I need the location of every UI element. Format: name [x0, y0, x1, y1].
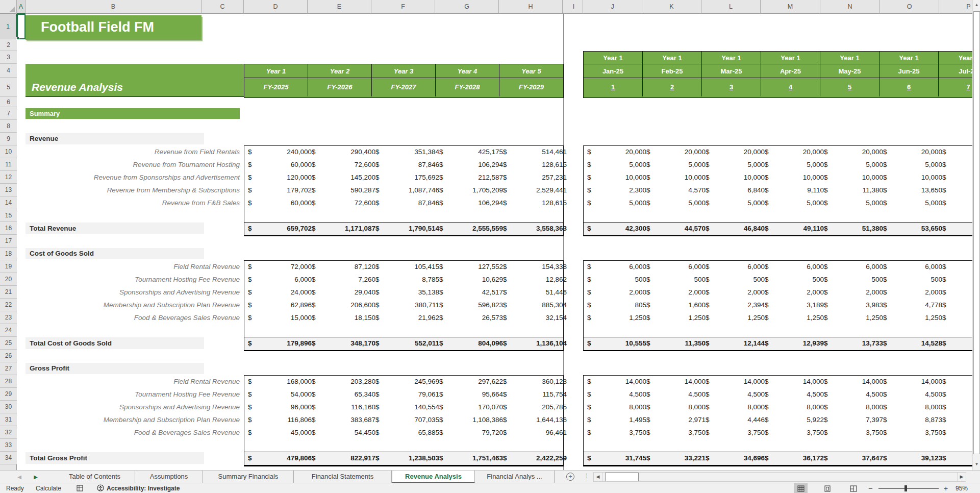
cell-monthly-r12-c3[interactable]: $10,000 — [701, 171, 770, 184]
row-header-29[interactable]: 29 — [0, 388, 17, 401]
section-header-2[interactable]: Cost of Goods Sold — [26, 248, 204, 259]
cell-total-annual-s3-c3[interactable]: $1,238,503 — [371, 452, 444, 464]
sheet-tab-assumptions[interactable]: Assumptions — [135, 471, 203, 483]
cell-annual-r21-c1[interactable]: $24,000 — [244, 286, 317, 299]
row-header-10[interactable]: 10 — [0, 145, 17, 158]
monthly-month-header-7[interactable]: Jul-25 — [939, 64, 972, 78]
cell-total-monthly-s1-c1[interactable]: $42,300 — [583, 222, 651, 235]
cell-annual-r31-c1[interactable]: $116,806 — [244, 413, 317, 426]
annual-fy-header-4[interactable]: FY-2028 — [436, 78, 499, 96]
cell-monthly-r32-c4[interactable]: $3,750 — [761, 426, 829, 439]
cell-total-monthly-s1-c6[interactable]: $53,650 — [879, 222, 947, 235]
annual-year-header-5[interactable]: Year 5 — [499, 64, 563, 78]
scroll-up-icon[interactable]: ▲ — [973, 1, 980, 10]
cell-monthly-r29-c1[interactable]: $4,500 — [583, 388, 651, 401]
total-label-2[interactable]: Total Cost of Goods Sold — [26, 337, 204, 349]
cell-monthly-r29-c6[interactable]: $4,500 — [879, 388, 947, 401]
cell-monthly-r12-c1[interactable]: $10,000 — [583, 171, 651, 184]
monthly-yearrow-header-3[interactable]: Year 1 — [702, 52, 761, 64]
cell-annual-r21-c2[interactable]: $29,040 — [308, 286, 381, 299]
cell-monthly-r11-c2[interactable]: $5,000 — [642, 158, 711, 171]
cell-total-monthly-s3-c3[interactable]: $34,696 — [701, 452, 770, 464]
row-label-r11[interactable]: Revenue from Tournament Hosting — [26, 158, 243, 171]
cell-annual-r12-c3[interactable]: $175,692 — [371, 171, 444, 184]
cell-monthly-r28-c3[interactable]: $14,000 — [701, 375, 770, 388]
cell-monthly-r14-c2[interactable]: $5,000 — [642, 196, 711, 209]
tab-scroll-right-icon[interactable]: ▶ — [31, 471, 41, 483]
total-label-3[interactable]: Total Gross Profit — [26, 452, 204, 464]
annual-year-header-4[interactable]: Year 4 — [436, 64, 499, 78]
cell-annual-r13-c1[interactable]: $179,702 — [244, 184, 317, 196]
cell-total-monthly-s2-c5[interactable]: $13,733 — [820, 337, 888, 350]
cell-annual-r28-c3[interactable]: $245,969 — [371, 375, 444, 388]
cell-annual-r14-c1[interactable]: $60,000 — [244, 196, 317, 209]
row-header-20[interactable]: 20 — [0, 273, 17, 286]
cell-monthly-r19-c6[interactable]: $6,000 — [879, 260, 947, 273]
row-header-12[interactable]: 12 — [0, 171, 17, 184]
cell-monthly-r32-c3[interactable]: $3,750 — [701, 426, 770, 439]
cell-annual-r30-c1[interactable]: $96,000 — [244, 401, 317, 413]
monthly-number-header-2[interactable]: 2 — [643, 78, 702, 96]
cell-monthly-r32-c7-partial[interactable]: $ — [938, 426, 972, 439]
annual-fy-header-5[interactable]: FY-2029 — [499, 78, 563, 96]
monthly-month-header-1[interactable]: Jan-25 — [584, 64, 643, 78]
row-header-15[interactable]: 15 — [0, 209, 17, 222]
cell-monthly-r10-c1[interactable]: $20,000 — [583, 145, 651, 158]
cell-annual-r10-c3[interactable]: $351,384 — [371, 145, 444, 158]
cell-total-annual-s3-c1[interactable]: $479,806 — [244, 452, 317, 464]
cell-monthly-r22-c3[interactable]: $2,394 — [701, 299, 770, 311]
cell-monthly-r12-c2[interactable]: $10,000 — [642, 171, 711, 184]
monthly-number-header-5[interactable]: 5 — [820, 78, 880, 96]
cell-total-annual-s1-c4[interactable]: $2,555,559 — [435, 222, 508, 235]
cell-monthly-r21-c1[interactable]: $2,000 — [583, 286, 651, 299]
cell-total-annual-s2-c2[interactable]: $348,170 — [308, 337, 381, 350]
cell-total-annual-s2-c3[interactable]: $552,011 — [371, 337, 444, 350]
monthly-yearrow-header-6[interactable]: Year 1 — [880, 52, 939, 64]
zoom-slider-thumb[interactable] — [904, 485, 907, 491]
cell-monthly-r20-c5[interactable]: $500 — [820, 273, 888, 286]
monthly-number-header-4[interactable]: 4 — [761, 78, 820, 96]
cell-monthly-r11-c4[interactable]: $5,000 — [761, 158, 829, 171]
cell-monthly-r20-c2[interactable]: $500 — [642, 273, 711, 286]
cell-annual-r32-c5[interactable]: $96,461 — [499, 426, 572, 439]
cell-monthly-r32-c2[interactable]: $3,750 — [642, 426, 711, 439]
row-header-7[interactable]: 7 — [0, 107, 17, 120]
cell-monthly-r31-c7-partial[interactable]: $ — [938, 413, 972, 426]
cell-monthly-r32-c1[interactable]: $3,750 — [583, 426, 651, 439]
cell-monthly-r20-c3[interactable]: $500 — [701, 273, 770, 286]
cell-monthly-r19-c3[interactable]: $6,000 — [701, 260, 770, 273]
hscroll-left-icon[interactable]: ◀ — [594, 473, 602, 481]
row-label-r12[interactable]: Revenue from Sponsorships and Advertisem… — [26, 171, 243, 184]
cell-annual-r11-c3[interactable]: $87,846 — [371, 158, 444, 171]
row-header-9[interactable]: 9 — [0, 133, 17, 145]
monthly-month-header-3[interactable]: Mar-25 — [702, 64, 761, 78]
cell-annual-r14-c3[interactable]: $87,846 — [371, 196, 444, 209]
row-header-17[interactable]: 17 — [0, 235, 17, 248]
row-label-r23[interactable]: Food & Beverages Sales Revenue — [26, 311, 243, 324]
vertical-scrollbar[interactable]: ▲ ▼ — [972, 0, 980, 470]
cell-monthly-r10-c2[interactable]: $20,000 — [642, 145, 711, 158]
cell-monthly-r29-c2[interactable]: $4,500 — [642, 388, 711, 401]
cell-annual-r12-c4[interactable]: $212,587 — [435, 171, 508, 184]
cell-monthly-r13-c7-partial[interactable]: $ — [938, 184, 972, 196]
cell-monthly-r29-c3[interactable]: $4,500 — [701, 388, 770, 401]
cell-total-annual-s1-c3[interactable]: $1,790,514 — [371, 222, 444, 235]
cell-annual-r11-c4[interactable]: $106,294 — [435, 158, 508, 171]
row-label-r10[interactable]: Revenue from Field Rentals — [26, 145, 243, 158]
cell-monthly-r31-c1[interactable]: $1,495 — [583, 413, 651, 426]
cell-annual-r30-c4[interactable]: $170,070 — [435, 401, 508, 413]
cell-total-annual-s2-c4[interactable]: $804,096 — [435, 337, 508, 350]
cell-annual-r21-c3[interactable]: $35,138 — [371, 286, 444, 299]
cell-annual-r12-c1[interactable]: $120,000 — [244, 171, 317, 184]
total-label-1[interactable]: Total Revenue — [26, 223, 204, 234]
monthly-month-header-5[interactable]: May-25 — [820, 64, 880, 78]
column-header-C[interactable]: C — [202, 0, 244, 14]
select-all-corner[interactable] — [0, 0, 17, 14]
cell-annual-r14-c5[interactable]: $128,615 — [499, 196, 572, 209]
cell-annual-r20-c4[interactable]: $10,629 — [435, 273, 508, 286]
column-header-O[interactable]: O — [880, 0, 939, 14]
cell-total-monthly-s3-c6[interactable]: $39,123 — [879, 452, 947, 464]
cell-annual-r28-c5[interactable]: $360,123 — [499, 375, 572, 388]
zoom-out-button[interactable]: − — [868, 483, 873, 493]
row-header-16[interactable]: 16 — [0, 222, 17, 235]
